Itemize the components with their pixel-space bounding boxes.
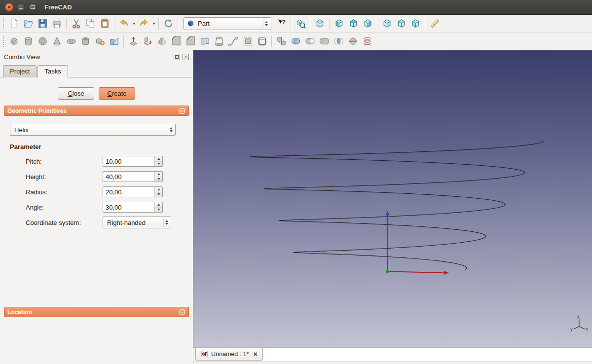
- collapse-section-icon[interactable]: [179, 108, 185, 114]
- sweep-icon[interactable]: [226, 34, 241, 48]
- toolbar-grip[interactable]: [2, 36, 5, 47]
- offset-icon[interactable]: [241, 34, 255, 48]
- pitch-spin-buttons: [154, 156, 162, 166]
- panel-float-icon[interactable]: [174, 54, 180, 60]
- coordinate-system-value: Right-handed: [107, 219, 163, 226]
- expand-section-icon[interactable]: [179, 309, 185, 316]
- cut-icon[interactable]: [69, 16, 83, 31]
- left-view-icon[interactable]: [408, 16, 423, 31]
- workbench-selector[interactable]: Part: [184, 17, 271, 30]
- combobox-arrows-icon: [168, 125, 174, 134]
- section-location[interactable]: Location: [4, 307, 189, 317]
- field-row-coordinate-system: Coordinate system:Right-handed: [26, 217, 193, 228]
- height-spin-up[interactable]: [155, 172, 162, 177]
- tab-project[interactable]: Project: [3, 65, 37, 77]
- pitch-spin-down[interactable]: [155, 162, 162, 167]
- cone-icon[interactable]: [50, 34, 64, 48]
- thickness-icon[interactable]: [255, 34, 269, 48]
- origin-point: [386, 270, 389, 273]
- create-primitives-icon[interactable]: [93, 34, 107, 48]
- window-close-button[interactable]: ×: [5, 3, 13, 11]
- document-tab-label: Unnamed : 1*: [211, 351, 249, 358]
- radius-spin-down[interactable]: [155, 192, 162, 197]
- radius-spin-buttons: [154, 187, 162, 197]
- compound-icon[interactable]: [274, 34, 289, 48]
- combobox-arrows-icon: [263, 19, 269, 28]
- radius-input[interactable]: [103, 187, 154, 197]
- refresh-icon[interactable]: [161, 16, 176, 31]
- helix-curve[interactable]: [250, 141, 544, 270]
- mirror-icon[interactable]: [155, 34, 169, 48]
- torus-icon[interactable]: [64, 34, 78, 48]
- field-row-pitch: Pitch:: [26, 156, 193, 167]
- angle-input[interactable]: [103, 202, 154, 212]
- revolve-icon[interactable]: [141, 34, 155, 48]
- tube-icon[interactable]: [78, 34, 93, 48]
- box-icon[interactable]: [7, 34, 21, 48]
- toolbar-separator: [66, 18, 67, 30]
- section-icon[interactable]: [346, 34, 360, 48]
- window-title: FreeCAD: [44, 3, 72, 11]
- 3d-scene[interactable]: zyx: [193, 50, 592, 347]
- redo-icon[interactable]: [137, 16, 151, 31]
- titlebar[interactable]: × FreeCAD: [0, 0, 592, 15]
- chamfer-icon[interactable]: [184, 34, 198, 48]
- radius-spin-up[interactable]: [155, 187, 162, 192]
- undo-icon[interactable]: [117, 16, 131, 31]
- right-view-icon[interactable]: [361, 16, 375, 31]
- top-view-icon[interactable]: [346, 16, 361, 31]
- coordinate-system-select[interactable]: Right-handed: [103, 217, 171, 228]
- create-button[interactable]: Create: [99, 87, 135, 100]
- cut-boolean-icon[interactable]: [303, 34, 317, 48]
- document-tab-close-icon[interactable]: ×: [253, 351, 257, 358]
- open-document-icon[interactable]: [21, 16, 36, 31]
- 3d-viewport[interactable]: zyx: [193, 50, 592, 347]
- angle-spin-down[interactable]: [155, 208, 162, 213]
- toolbar-grip[interactable]: [2, 18, 5, 29]
- intersection-icon[interactable]: [332, 34, 346, 48]
- ruled-surface-icon[interactable]: [198, 34, 212, 48]
- bottom-view-icon[interactable]: [394, 16, 408, 31]
- undo-dropdown-arrow-icon[interactable]: [131, 17, 137, 30]
- axonometric-view-icon[interactable]: [313, 16, 327, 31]
- height-input[interactable]: [103, 172, 154, 182]
- extrude-icon[interactable]: [126, 34, 141, 48]
- cylinder-icon[interactable]: [21, 34, 36, 48]
- rear-view-icon[interactable]: [380, 16, 394, 31]
- boolean-icon[interactable]: [289, 34, 303, 48]
- new-document-icon[interactable]: [7, 16, 21, 31]
- fillet-icon[interactable]: [169, 34, 184, 48]
- window-maximize-button[interactable]: [29, 3, 37, 11]
- front-view-icon[interactable]: [332, 16, 346, 31]
- field-row-angle: Angle:: [26, 202, 193, 213]
- print-icon[interactable]: [50, 16, 64, 31]
- field-row-radius: Radius:: [26, 186, 193, 197]
- shape-builder-icon[interactable]: [107, 34, 121, 48]
- save-document-icon[interactable]: [36, 16, 50, 31]
- pitch-input[interactable]: [103, 156, 154, 166]
- tab-tasks[interactable]: Tasks: [37, 65, 68, 77]
- copy-icon[interactable]: [83, 16, 98, 31]
- bottom-strip: [193, 361, 592, 364]
- close-button[interactable]: Close: [58, 87, 94, 100]
- cross-sections-icon[interactable]: [360, 34, 374, 48]
- whats-this-icon[interactable]: ?: [274, 16, 289, 31]
- angle-spin-up[interactable]: [155, 202, 162, 208]
- toolbar-separator: [329, 18, 330, 30]
- sphere-icon[interactable]: [36, 34, 50, 48]
- measure-distance-icon[interactable]: [428, 16, 442, 31]
- svg-text:z: z: [577, 314, 579, 319]
- window-minimize-button[interactable]: [17, 3, 25, 11]
- loft-icon[interactable]: [212, 34, 226, 48]
- redo-dropdown-arrow-icon[interactable]: [151, 17, 156, 30]
- section-geometric-primitives[interactable]: Geometric Primitives: [4, 106, 189, 116]
- height-spin-down[interactable]: [155, 177, 162, 182]
- union-icon[interactable]: [317, 34, 332, 48]
- document-tab[interactable]: Unnamed : 1* ×: [195, 348, 263, 361]
- pitch-spin-up[interactable]: [155, 156, 162, 162]
- primitive-type-select[interactable]: Helix: [10, 124, 176, 136]
- angle-label: Angle:: [26, 204, 103, 211]
- paste-icon[interactable]: [98, 16, 112, 31]
- panel-close-icon[interactable]: ×: [183, 54, 189, 60]
- fit-all-icon[interactable]: [294, 16, 308, 31]
